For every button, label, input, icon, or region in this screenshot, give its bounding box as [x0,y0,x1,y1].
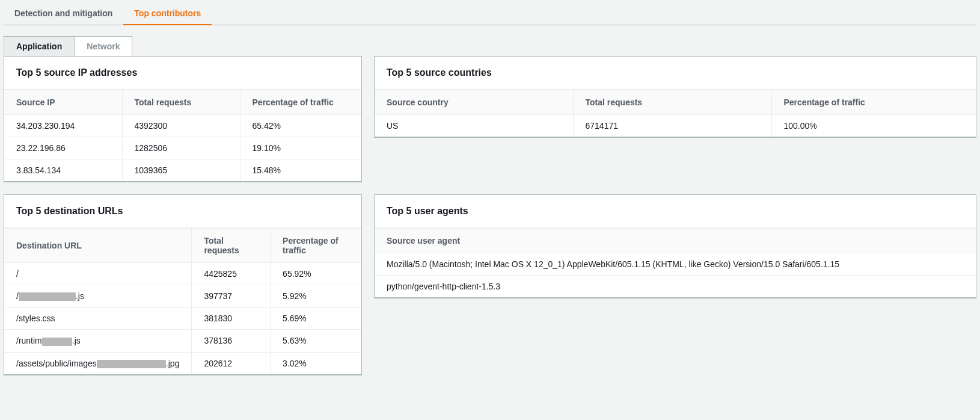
cell-total-requests: 378136 [192,330,271,352]
table-row: /.js 397737 5.92% [4,285,361,307]
cell-percentage: 5.92% [271,285,361,307]
redacted-text [19,292,76,301]
cell-url: /runtim.js [4,330,192,352]
card-title: Top 5 destination URLs [16,206,349,217]
subtab-network[interactable]: Network [75,36,132,57]
table-row: /runtim.js 378136 5.63% [4,330,361,352]
redacted-text [42,338,72,346]
col-header: Source country [375,90,573,115]
cell-total-requests: 397737 [192,285,271,307]
col-header: Destination URL [4,229,192,263]
cell-total-requests: 4392300 [122,115,240,137]
col-header: Total requests [192,229,271,263]
table-source-ip: Source IP Total requests Percentage of t… [4,90,361,181]
col-header: Total requests [573,90,771,115]
cell-percentage: 15.48% [240,159,361,182]
subtab-application[interactable]: Application [4,36,75,57]
col-header: Source user agent [375,229,976,253]
cell-percentage: 65.42% [240,115,361,137]
card-user-agents: Top 5 user agents Source user agent Mozi… [374,194,976,298]
cell-user-agent: Mozilla/5.0 (Macintosh; Intel Mac OS X 1… [375,253,976,276]
tab-top-contributors[interactable]: Top contributors [123,1,212,25]
cell-total-requests: 6714171 [573,115,771,137]
table-row: US 6714171 100.00% [375,115,976,137]
table-destination-urls: Destination URL Total requests Percentag… [4,228,361,374]
cell-url: /.js [4,285,192,307]
table-row: 23.22.196.86 1282506 19.10% [4,137,361,159]
table-row: / 4425825 65.92% [4,263,361,285]
cell-total-requests: 4425825 [192,263,271,285]
cell-source-ip: 23.22.196.86 [4,137,122,159]
card-title: Top 5 user agents [387,206,964,217]
table-source-countries: Source country Total requests Percentage… [375,90,976,137]
col-header: Total requests [122,90,240,115]
main-tabs: Detection and mitigation Top contributor… [4,0,976,25]
sub-tabs: Application Network [4,36,976,57]
table-scroll[interactable]: Source user agent Mozilla/5.0 (Macintosh… [375,228,976,297]
cell-url: / [4,263,192,285]
cell-total-requests: 1039365 [122,159,240,182]
card-source-ip: Top 5 source IP addresses Source IP Tota… [4,56,362,182]
col-header: Source IP [4,90,122,115]
cell-url: /assets/public/images.jpg [4,352,192,374]
cell-percentage: 5.63% [271,330,361,352]
card-source-countries: Top 5 source countries Source country To… [374,56,976,138]
table-row: python/gevent-http-client-1.5.3 [375,276,976,298]
redacted-text [97,360,166,368]
card-title: Top 5 source countries [387,67,964,78]
cell-total-requests: 381830 [192,307,271,330]
cell-percentage: 3.02% [271,352,361,374]
cell-total-requests: 1282506 [122,137,240,159]
col-header: Percentage of traffic [771,90,976,115]
table-row: 34.203.230.194 4392300 65.42% [4,115,361,137]
cell-percentage: 19.10% [240,137,361,159]
tab-detection-mitigation[interactable]: Detection and mitigation [4,1,123,25]
table-row: 3.83.54.134 1039365 15.48% [4,159,361,182]
cell-total-requests: 202612 [192,352,271,374]
cell-percentage: 65.92% [271,263,361,285]
cell-user-agent: python/gevent-http-client-1.5.3 [375,276,976,298]
cell-source-ip: 3.83.54.134 [4,159,122,182]
cell-url: /styles.css [4,307,192,330]
table-row: /assets/public/images.jpg 202612 3.02% [4,352,361,374]
table-row: Mozilla/5.0 (Macintosh; Intel Mac OS X 1… [375,253,976,276]
table-row: /styles.css 381830 5.69% [4,307,361,330]
col-header: Percentage of traffic [240,90,361,115]
cell-country: US [375,115,573,137]
cell-percentage: 5.69% [271,307,361,330]
card-title: Top 5 source IP addresses [16,67,349,78]
table-user-agents: Source user agent Mozilla/5.0 (Macintosh… [375,228,976,297]
cell-percentage: 100.00% [771,115,976,137]
col-header: Percentage of traffic [271,229,361,263]
cell-source-ip: 34.203.230.194 [4,115,122,137]
card-destination-urls: Top 5 destination URLs Destination URL T… [4,194,362,375]
